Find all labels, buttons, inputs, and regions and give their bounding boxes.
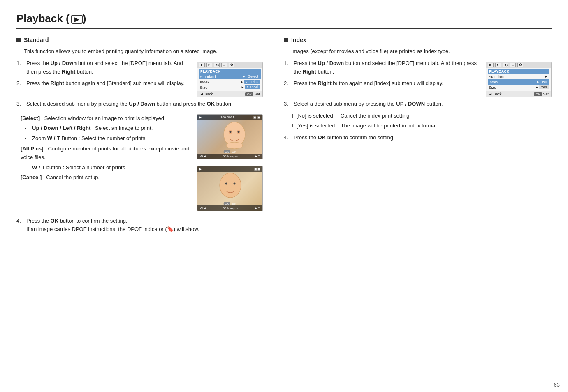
photo-br-1: ►T <box>255 154 260 158</box>
cam-icon-3: ◄) <box>214 63 220 67</box>
photo-bottombar-2: W◄ 00 Images ►T <box>197 205 262 211</box>
if-line-yes: If [Yes] is selected : The image will be… <box>292 122 552 130</box>
cam-back: ◄ Back <box>200 92 213 96</box>
cam-row-index-value: All Pics <box>244 80 260 84</box>
right-step-4-bold1: OK <box>318 134 326 141</box>
page-number-text: 63 <box>554 382 560 388</box>
allpics-text: [All Pics] : Configure number of prints … <box>21 145 192 162</box>
index-intro-text: Images (except for movies and voice file… <box>291 48 450 54</box>
right-cam-footer: ◄ Back OK Set <box>486 91 551 97</box>
svg-point-8 <box>234 182 236 184</box>
if-line-no: If [No] is selected : Cancel the index p… <box>292 112 552 120</box>
step-3: 3. Select a desired sub menu by pressing… <box>16 100 263 108</box>
right-step-4-num: 4. <box>284 134 291 142</box>
standard-section-header: Standard <box>16 37 263 43</box>
cam-menu-label-text: PLAYBACK <box>200 69 220 74</box>
svg-point-5 <box>226 142 243 149</box>
title-suffix: ) <box>83 12 86 25</box>
right-cam-menu-label-text: PLAYBACK <box>489 69 509 74</box>
zoom-text: Zoom W / T Button : Select the number of… <box>32 134 147 143</box>
step-1-content: Press the Up / Down button and select th… <box>26 59 192 76</box>
photo-bc-2: 00 Images <box>223 206 238 210</box>
right-camera-ui: ▶ ► ◄) □ ✿ PLAYBACK Standard ► <box>486 62 552 97</box>
photo-counter-icon-2: ▶ <box>199 167 202 171</box>
right-step-3-num: 3. <box>284 100 291 108</box>
wt-text: W / T button : Select a number of prints <box>32 164 125 172</box>
index-section-header: Index <box>284 37 552 43</box>
step-2-content: Press the Right button again and [Standa… <box>26 79 192 88</box>
photo-set-2: Set <box>232 202 236 205</box>
right-step-2-content: Press the Right button again and [Index]… <box>294 79 481 88</box>
right-step-1-content: Press the Up / Down button and select th… <box>294 59 481 76</box>
right-step-1: 1. Press the Up / Down button and select… <box>284 59 481 76</box>
svg-point-6 <box>220 173 241 198</box>
step-4-bold1: OK <box>51 218 59 224</box>
title-text: Playback ( <box>16 12 70 25</box>
right-cam-row-index: Index ► No <box>488 79 549 85</box>
step-1: 1. Press the Up / Down button and select… <box>16 59 192 76</box>
section-bullet <box>16 38 21 42</box>
right-cam-ok-set: OK Set <box>534 92 549 96</box>
cancel-text: [Cancel] : Cancel the print setup. <box>21 173 100 182</box>
page-number: 63 <box>554 382 560 388</box>
step-1-num: 1. <box>16 59 24 76</box>
right-cam-icon-4: □ <box>510 63 516 67</box>
standard-intro-text: This function allows you to embed printi… <box>24 48 217 54</box>
step-list-left: 1. Press the Up / Down button and select… <box>16 59 192 88</box>
face-svg-1 <box>218 119 251 152</box>
right-cam-icon-1: ▶ <box>488 63 494 67</box>
right-step-4-list: 4. Press the OK button to confirm the se… <box>284 134 552 142</box>
cam-footer: ◄ Back OK Set <box>197 91 262 97</box>
left-camera-ui: ▶ ► ◄) □ ✿ PLAYBACK Standard ► Select <box>197 62 263 97</box>
step-4-num: 4. <box>16 217 24 234</box>
photo-mockup-1: ▶ 100-0031 ▣ ▣ <box>197 114 263 159</box>
step-1-bold1: Up / Down <box>51 60 77 66</box>
right-cam-icon-2: ► <box>495 63 501 67</box>
cam-row-size-arrow: ► <box>241 85 244 89</box>
svg-point-4 <box>238 131 240 133</box>
photo-inner-2: ▶ ▣▣ W◄ 00 Images ► <box>197 166 262 211</box>
right-cam-row-index-arrow: ► <box>537 80 540 84</box>
cam-set-label: Set <box>254 92 260 96</box>
svg-point-3 <box>230 131 232 133</box>
right-cam-ok-btn: OK <box>534 92 542 96</box>
cam-row-size: Size ► Cancel <box>199 85 261 90</box>
cam-icon-5: ✿ <box>229 63 234 67</box>
photo-ok-bar-2: OK Set <box>224 202 236 205</box>
step-3-num: 3. <box>16 100 24 108</box>
cam-row-standard: Standard ► Select <box>199 74 261 79</box>
cam-icon-4: □ <box>221 63 227 67</box>
cam-row-size-label: Size <box>200 85 240 90</box>
right-cam-row-standard-label: Standard <box>489 74 544 79</box>
index-bullet <box>284 38 288 42</box>
right-column: Index Images (except for movies and voic… <box>271 37 552 237</box>
right-step-2-num: 2. <box>284 79 291 88</box>
right-cam-row-index-value: No <box>540 80 549 84</box>
cam-body: PLAYBACK Standard ► Select Index ► All P… <box>197 68 262 91</box>
step-2: 2. Press the Right button again and [Sta… <box>16 79 192 88</box>
right-step-2: 2. Press the Right button again and [Ind… <box>284 79 481 88</box>
sub-item-wt: - W / T button : Select a number of prin… <box>25 164 192 172</box>
step-4-list: 4. Press the OK button to confirm the se… <box>16 217 263 234</box>
right-step-2-bold1: Right <box>318 80 332 86</box>
right-step-3-list: 3. Select a desired sub menu by pressing… <box>284 100 552 108</box>
dpof-icon: 🔖 <box>167 226 174 232</box>
photo-bl-1: W◄ <box>200 154 206 158</box>
step-3-content: Select a desired sub menu by pressing th… <box>26 100 263 108</box>
photo-set-1: Set <box>232 150 236 153</box>
photo-mockup-2: ▶ ▣▣ W◄ 00 Images ► <box>197 166 263 211</box>
photo-ok-btn-1: OK <box>224 150 230 153</box>
right-cam-row-size-value: Yes <box>539 85 549 89</box>
cam-row-size-value: Cancel <box>245 85 260 89</box>
sub-list: [Select] : Selection window for an image… <box>21 114 192 182</box>
right-cam-row-index-label: Index <box>489 80 536 84</box>
photo-bottombar-1: W◄ 00 Images ►T <box>197 154 262 159</box>
sub-item-select: [Select] : Selection window for an image… <box>21 114 192 123</box>
right-step-4: 4. Press the OK button to confirm the se… <box>284 134 552 142</box>
dash-3: - <box>25 164 30 172</box>
right-cam-back: ◄ Back <box>489 92 501 96</box>
page-title: Playback (▶) <box>16 12 552 29</box>
sub-item-allpics: [All Pics] : Configure number of prints … <box>21 145 192 162</box>
right-steps-text: 1. Press the Up / Down button and select… <box>284 59 481 91</box>
index-intro: Images (except for movies and voice file… <box>291 47 552 56</box>
